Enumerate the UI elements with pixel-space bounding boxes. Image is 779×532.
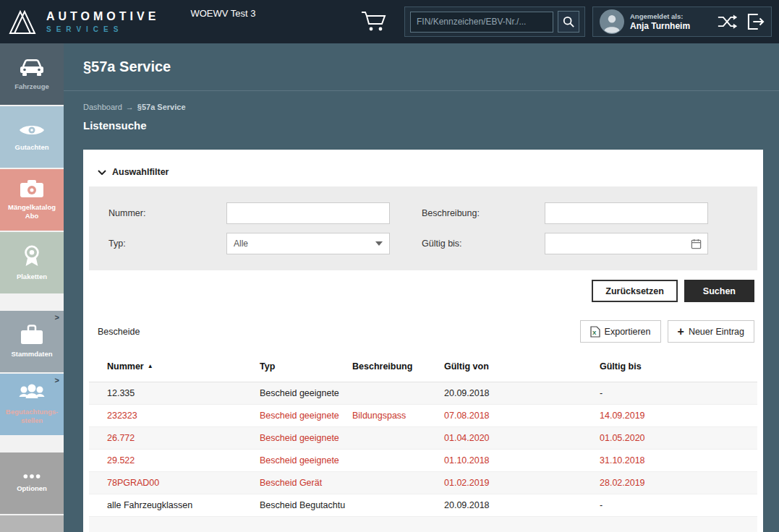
new-entry-button[interactable]: + Neuer Eintrag bbox=[668, 320, 754, 343]
search-submit-button[interactable]: Suchen bbox=[684, 280, 754, 302]
sidebar-item-gutachten[interactable]: Gutachten bbox=[0, 106, 64, 168]
filter-row-1: Nummer: Beschreibung: bbox=[108, 202, 757, 224]
sidebar-item-label: Begutachtungs-stellen bbox=[2, 408, 61, 426]
chevron-down-icon bbox=[98, 170, 106, 175]
typ-label: Typ: bbox=[108, 239, 226, 249]
column-header-typ[interactable]: Typ bbox=[259, 351, 352, 382]
nummer-label: Nummer: bbox=[108, 208, 226, 218]
page-header: §57a Service bbox=[64, 43, 779, 91]
breadcrumb-dashboard[interactable]: Dashboard bbox=[83, 103, 122, 111]
beschreibung-input[interactable] bbox=[545, 202, 708, 224]
sidebar-item-stammdaten[interactable]: > Stammdaten bbox=[0, 311, 64, 372]
sidebar-item-tools[interactable] bbox=[0, 515, 64, 532]
switch-user-button[interactable] bbox=[718, 14, 738, 29]
svg-text:X: X bbox=[592, 330, 597, 336]
export-button[interactable]: X Exportieren bbox=[580, 320, 661, 343]
cell-beschreibung bbox=[352, 382, 443, 404]
sidebar-item-fahrzeuge[interactable]: Fahrzeuge bbox=[0, 43, 64, 105]
column-header-label: Nummer bbox=[107, 361, 144, 372]
app-window: AUTOMOTIVE SERVICES WOEWV Test 3 bbox=[0, 0, 779, 532]
table-row[interactable]: alle Fahrzeugklassen Bescheid Begutachtu… bbox=[89, 494, 757, 516]
brand-home-link[interactable]: AUTOMOTIVE SERVICES bbox=[6, 7, 159, 36]
brand-text: AUTOMOTIVE SERVICES bbox=[46, 10, 159, 33]
column-header-gueltig-von[interactable]: Gültig von bbox=[443, 351, 599, 382]
breadcrumb: Dashboard → §57a Service bbox=[83, 103, 779, 111]
search-icon bbox=[563, 16, 574, 27]
search-card: Auswahlfilter Nummer: Beschreibung: Typ:… bbox=[83, 150, 763, 532]
sidebar-group-gap bbox=[0, 437, 64, 452]
car-icon bbox=[18, 57, 46, 77]
gueltig-bis-input[interactable] bbox=[551, 238, 691, 249]
filter-row-2: Typ: Alle Gültig bis: bbox=[108, 233, 757, 254]
table-row[interactable]: 29.522 Bescheid geeignete 01.10.2018 31.… bbox=[89, 449, 757, 471]
cell-gueltig-von: 20.09.2018 bbox=[443, 494, 599, 516]
cell-beschreibung bbox=[352, 449, 443, 471]
cell-typ: Bescheid geeignete bbox=[259, 426, 352, 449]
cell-gueltig-von: 07.08.2018 bbox=[443, 404, 599, 426]
sidebar-item-plaketten[interactable]: Plaketten bbox=[0, 232, 64, 293]
brand-line2: SERVICES bbox=[46, 25, 159, 33]
table-row[interactable] bbox=[89, 516, 757, 532]
cell-nummer: 78PGRAD00 bbox=[89, 471, 259, 494]
sidebar-item-maengelkatalog-abo[interactable]: Mängelkatalog Abo bbox=[0, 169, 64, 231]
cell-gueltig-bis bbox=[599, 516, 757, 532]
sidebar-item-label: Optionen bbox=[2, 484, 61, 493]
reset-button[interactable]: Zurücksetzen bbox=[592, 280, 678, 302]
cell-beschreibung bbox=[352, 516, 443, 532]
table-row[interactable]: 26.772 Bescheid geeignete 01.04.2020 01.… bbox=[89, 426, 757, 449]
cell-gueltig-bis: 01.05.2020 bbox=[599, 426, 757, 449]
cell-gueltig-bis: 14.09.2019 bbox=[599, 404, 757, 426]
column-header-gueltig-bis[interactable]: Gültig bis bbox=[599, 351, 757, 382]
chevron-right-icon: > bbox=[55, 313, 59, 322]
avatar bbox=[600, 9, 624, 34]
cell-nummer: 26.772 bbox=[89, 426, 259, 449]
user-texts: Angemeldet als: Anja Turnheim bbox=[630, 12, 690, 31]
nummer-input[interactable] bbox=[226, 202, 390, 224]
column-header-nummer[interactable]: Nummer▲ bbox=[89, 351, 259, 382]
cell-beschreibung bbox=[352, 494, 443, 516]
cell-gueltig-bis: 28.02.2019 bbox=[599, 471, 757, 494]
excel-icon: X bbox=[590, 326, 600, 338]
column-header-beschreibung[interactable]: Beschreibung bbox=[352, 351, 443, 382]
dropdown-arrow-icon bbox=[375, 241, 383, 246]
cell-typ bbox=[259, 516, 352, 532]
plakette-icon bbox=[22, 244, 42, 267]
calendar-button[interactable] bbox=[691, 239, 702, 249]
cell-typ: Bescheid geeignete bbox=[259, 449, 352, 471]
table-row[interactable]: 12.335 Bescheid geeignete 20.09.2018 - bbox=[89, 382, 757, 404]
filter-toggle[interactable]: Auswahlfilter bbox=[98, 167, 169, 177]
sidebar-item-label: Gutachten bbox=[2, 143, 61, 152]
cell-beschreibung bbox=[352, 471, 443, 494]
filter-actions: Zurücksetzen Suchen bbox=[89, 280, 757, 302]
table-row[interactable]: 232323 Bescheid geeignete Bildungspass 0… bbox=[89, 404, 757, 426]
cell-typ: Bescheid geeignete bbox=[259, 382, 352, 404]
shuffle-icon bbox=[718, 14, 738, 29]
cell-nummer: 29.522 bbox=[89, 449, 259, 471]
logout-button[interactable] bbox=[747, 14, 765, 30]
briefcase-icon bbox=[20, 325, 44, 345]
section-title: Listensuche bbox=[83, 119, 779, 132]
table-header-row: Nummer▲ Typ Beschreibung Gültig von Gült… bbox=[89, 351, 757, 382]
sidebar-item-optionen[interactable]: Optionen bbox=[0, 452, 64, 514]
cell-beschreibung: Bildungspass bbox=[352, 404, 443, 426]
typ-select[interactable]: Alle bbox=[226, 233, 390, 254]
cell-gueltig-von: 01.10.2018 bbox=[443, 449, 599, 471]
calendar-icon bbox=[691, 239, 702, 249]
search-input[interactable] bbox=[410, 12, 553, 33]
vehicle-searchbox bbox=[404, 7, 585, 37]
cell-gueltig-von: 01.04.2020 bbox=[443, 426, 599, 449]
cell-typ: Bescheid geeignete bbox=[259, 404, 352, 426]
chevron-right-icon: > bbox=[55, 376, 59, 385]
dots-icon bbox=[22, 473, 41, 479]
typ-select-value: Alle bbox=[234, 239, 248, 249]
sort-asc-icon: ▲ bbox=[148, 363, 153, 369]
sidebar-item-label: Plaketten bbox=[2, 273, 61, 281]
user-menu[interactable]: Angemeldet als: Anja Turnheim bbox=[592, 7, 772, 37]
cell-gueltig-von: 20.09.2018 bbox=[443, 382, 599, 404]
cart-button[interactable] bbox=[359, 10, 388, 33]
cell-gueltig-bis: 31.10.2018 bbox=[599, 449, 757, 471]
table-body: 12.335 Bescheid geeignete 20.09.2018 - 2… bbox=[89, 382, 757, 532]
search-button[interactable] bbox=[558, 11, 579, 33]
sidebar-item-begutachtungsstellen[interactable]: > Begutachtungs-stellen bbox=[0, 374, 64, 435]
table-row[interactable]: 78PGRAD00 Bescheid Gerät 01.02.2019 28.0… bbox=[89, 471, 757, 494]
